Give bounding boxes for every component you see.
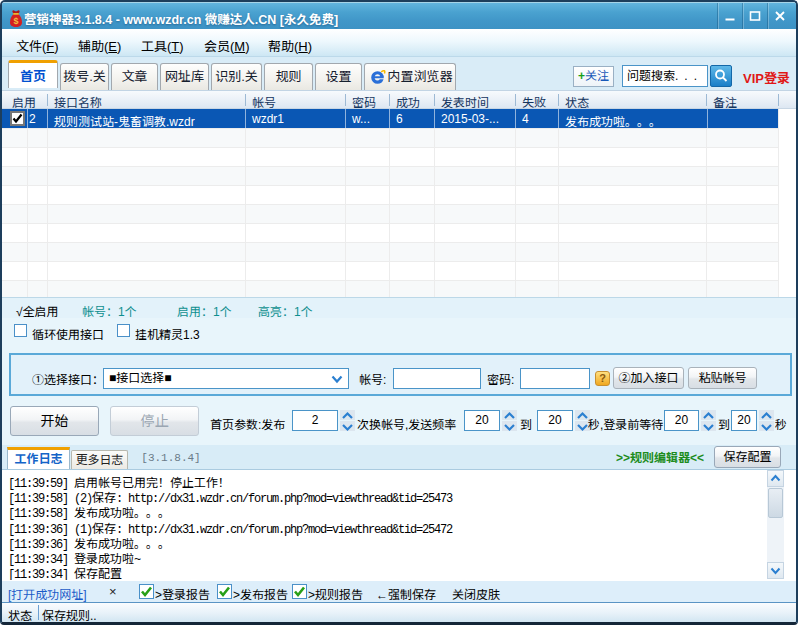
svg-text:$: $ [13,16,18,26]
